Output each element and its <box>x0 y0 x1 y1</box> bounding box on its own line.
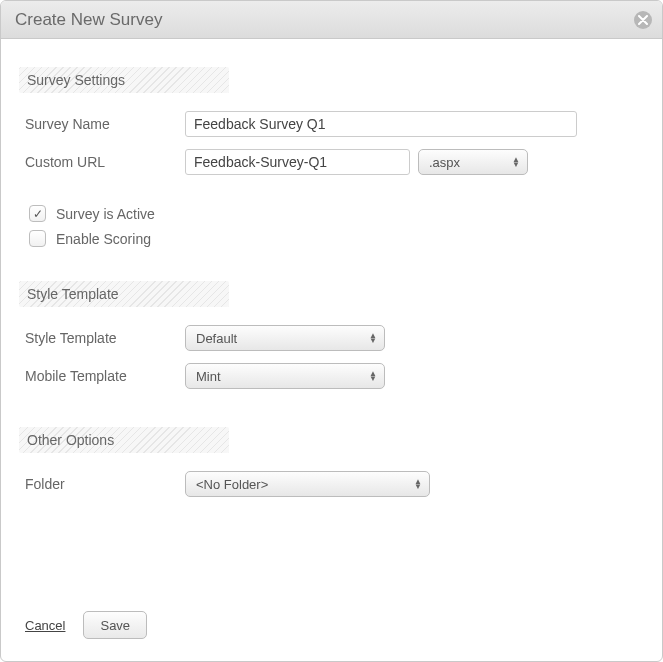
custom-url-input[interactable] <box>185 149 410 175</box>
modal-body: Survey Settings Survey Name Custom URL .… <box>1 39 662 497</box>
label-mobile-template: Mobile Template <box>25 368 185 384</box>
label-survey-name: Survey Name <box>25 116 185 132</box>
label-style-template: Style Template <box>25 330 185 346</box>
scoring-checkbox[interactable] <box>29 230 46 247</box>
section-header-other: Other Options <box>19 427 229 453</box>
section-header-settings: Survey Settings <box>19 67 229 93</box>
folder-select-wrap: <No Folder> ▲▼ <box>185 471 430 497</box>
label-folder: Folder <box>25 476 185 492</box>
extension-select-wrap: .aspx ▲▼ <box>418 149 528 175</box>
cancel-button[interactable]: Cancel <box>25 618 65 633</box>
folder-select[interactable]: <No Folder> <box>185 471 430 497</box>
active-checkbox[interactable]: ✓ <box>29 205 46 222</box>
modal-header: Create New Survey <box>1 1 662 39</box>
section-header-style: Style Template <box>19 281 229 307</box>
mobile-template-select[interactable]: Mint <box>185 363 385 389</box>
extension-select[interactable]: .aspx <box>418 149 528 175</box>
modal-footer: Cancel Save <box>25 611 147 639</box>
row-active: ✓ Survey is Active <box>29 205 638 222</box>
row-style-template: Style Template Default ▲▼ <box>25 325 638 351</box>
row-custom-url: Custom URL .aspx ▲▼ <box>25 149 638 175</box>
modal-title: Create New Survey <box>15 10 162 30</box>
create-survey-modal: Create New Survey Survey Settings Survey… <box>0 0 663 662</box>
save-button[interactable]: Save <box>83 611 147 639</box>
style-template-select-wrap: Default ▲▼ <box>185 325 385 351</box>
label-scoring[interactable]: Enable Scoring <box>56 231 151 247</box>
label-custom-url: Custom URL <box>25 154 185 170</box>
row-mobile-template: Mobile Template Mint ▲▼ <box>25 363 638 389</box>
row-scoring: Enable Scoring <box>29 230 638 247</box>
survey-name-input[interactable] <box>185 111 577 137</box>
row-survey-name: Survey Name <box>25 111 638 137</box>
mobile-template-select-wrap: Mint ▲▼ <box>185 363 385 389</box>
style-template-select[interactable]: Default <box>185 325 385 351</box>
close-icon[interactable] <box>634 11 652 29</box>
row-folder: Folder <No Folder> ▲▼ <box>25 471 638 497</box>
label-active[interactable]: Survey is Active <box>56 206 155 222</box>
